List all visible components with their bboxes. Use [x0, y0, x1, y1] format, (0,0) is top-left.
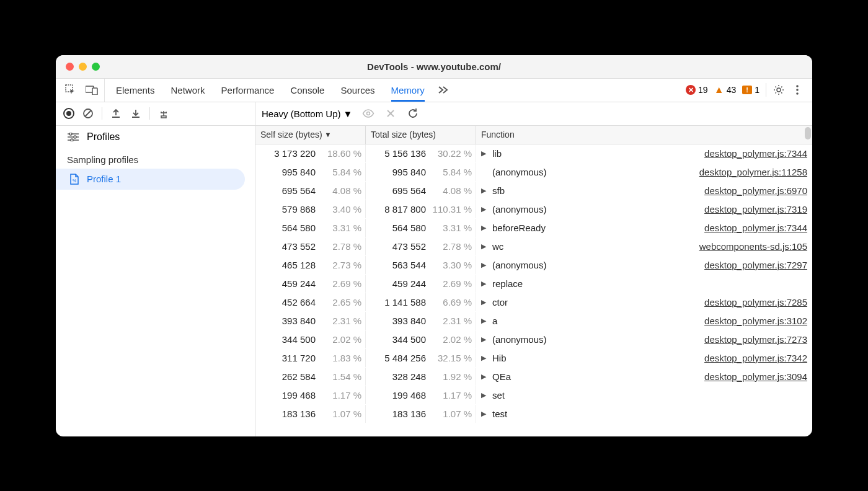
profiles-header[interactable]: Profiles	[56, 126, 255, 148]
table-row[interactable]: 344 5002.02 %344 5002.02 %▶(anonymous)de…	[255, 330, 812, 349]
warning-count[interactable]: ▲ 43	[714, 85, 737, 95]
table-row[interactable]: 183 1361.07 %183 1361.07 %▶test	[255, 405, 812, 423]
column-total-size[interactable]: Total size (bytes)	[366, 126, 476, 144]
source-link[interactable]: desktop_polymer.js:7273	[704, 334, 807, 345]
main-content: Profiles Sampling profiles % Profile 1 S…	[56, 126, 812, 436]
cell-total-size: 5 484 25632.15 %	[366, 349, 476, 367]
table-row[interactable]: 459 2442.69 %459 2442.69 %▶replace	[255, 275, 812, 293]
tab-memory[interactable]: Memory	[391, 79, 425, 102]
inspect-element-icon[interactable]	[64, 84, 77, 96]
minimize-window-button[interactable]	[79, 63, 87, 71]
tab-sources[interactable]: Sources	[340, 79, 374, 102]
cell-function: ▶sfbdesktop_polymer.js:6970	[476, 182, 812, 200]
tab-network[interactable]: Network	[171, 79, 205, 102]
expand-arrow-icon[interactable]: ▶	[481, 205, 489, 213]
profile-name: Profile 1	[87, 174, 121, 184]
refresh-icon[interactable]	[407, 107, 419, 120]
error-count[interactable]: ✕ 19	[686, 85, 708, 95]
table-body[interactable]: 3 173 22018.60 %5 156 13630.22 %▶libdesk…	[255, 144, 812, 436]
svg-point-15	[69, 133, 72, 135]
clear-icon[interactable]	[82, 107, 94, 120]
issue-count-value: 1	[755, 85, 760, 95]
source-link[interactable]: desktop_polymer.js:7285	[704, 297, 807, 307]
cell-total-size: 995 8405.84 %	[366, 163, 476, 181]
cell-total-size: 564 5803.31 %	[366, 219, 476, 237]
source-link[interactable]: desktop_polymer.js:11258	[699, 167, 807, 177]
traffic-lights	[56, 63, 100, 71]
expand-arrow-icon[interactable]: ▶	[481, 335, 489, 343]
more-tabs-icon[interactable]	[437, 84, 450, 96]
source-link[interactable]: desktop_polymer.js:7344	[704, 223, 807, 233]
upload-icon[interactable]	[110, 107, 122, 120]
source-link[interactable]: desktop_polymer.js:3094	[704, 371, 807, 382]
settings-icon[interactable]	[773, 84, 785, 96]
column-self-size[interactable]: Self size (bytes) ▼	[255, 126, 366, 144]
svg-text:%: %	[73, 179, 76, 183]
cell-total-size: 473 5522.78 %	[366, 237, 476, 255]
expand-arrow-icon[interactable]: ▶	[481, 373, 489, 381]
maximize-window-button[interactable]	[92, 63, 100, 71]
table-row[interactable]: 199 4681.17 %199 4681.17 %▶set	[255, 386, 812, 405]
tab-elements[interactable]: Elements	[116, 79, 155, 102]
source-link[interactable]: webcomponents-sd.js:105	[699, 241, 807, 252]
table-row[interactable]: 579 8683.40 %8 817 800110.31 %▶(anonymou…	[255, 200, 812, 219]
expand-arrow-icon[interactable]: ▶	[481, 187, 489, 195]
more-options-icon[interactable]	[791, 84, 804, 96]
svg-point-11	[367, 112, 370, 115]
expand-arrow-icon[interactable]: ▶	[481, 261, 489, 269]
main-toolbar: ElementsNetworkPerformanceConsoleSources…	[56, 79, 812, 102]
table-row[interactable]: 393 8402.31 %393 8402.31 %▶adesktop_poly…	[255, 312, 812, 330]
function-name: set	[492, 390, 505, 400]
source-link[interactable]: desktop_polymer.js:7344	[704, 148, 807, 159]
cell-function: ▶test	[476, 405, 812, 423]
close-icon[interactable]	[384, 107, 397, 120]
table-row[interactable]: 564 5803.31 %564 5803.31 %▶beforeReadyde…	[255, 219, 812, 237]
table-row[interactable]: 465 1282.73 %563 5443.30 %▶(anonymous)de…	[255, 256, 812, 275]
column-function[interactable]: Function	[476, 126, 812, 144]
cell-total-size: 1 141 5886.69 %	[366, 293, 476, 311]
record-button[interactable]	[63, 108, 74, 119]
expand-arrow-icon[interactable]: ▶	[481, 298, 489, 306]
expand-arrow-icon[interactable]: ▶	[481, 224, 489, 232]
profile-item[interactable]: % Profile 1	[56, 169, 245, 190]
table-row[interactable]: 3 173 22018.60 %5 156 13630.22 %▶libdesk…	[255, 144, 812, 163]
tab-performance[interactable]: Performance	[221, 79, 275, 102]
device-toolbar-icon[interactable]	[86, 84, 98, 96]
cell-function: (anonymous)desktop_polymer.js:11258	[476, 163, 812, 181]
view-mode-label: Heavy (Bottom Up)	[262, 108, 341, 119]
cell-self-size: 3 173 22018.60 %	[255, 144, 366, 162]
source-link[interactable]: desktop_polymer.js:3102	[704, 316, 807, 326]
download-icon[interactable]	[130, 107, 142, 120]
view-mode-select[interactable]: Heavy (Bottom Up) ▼	[262, 108, 352, 119]
cell-total-size: 563 5443.30 %	[366, 256, 476, 274]
source-link[interactable]: desktop_polymer.js:7319	[704, 204, 807, 215]
expand-arrow-icon[interactable]: ▶	[481, 410, 489, 418]
expand-arrow-icon[interactable]: ▶	[481, 391, 489, 399]
table-row[interactable]: 995 8405.84 %995 8405.84 %(anonymous)des…	[255, 163, 812, 182]
expand-arrow-icon[interactable]: ▶	[481, 149, 489, 157]
eye-icon[interactable]	[362, 107, 374, 120]
table-row[interactable]: 262 5841.54 %328 2481.92 %▶QEadesktop_po…	[255, 368, 812, 386]
profiles-label: Profiles	[87, 131, 120, 143]
tab-console[interactable]: Console	[290, 79, 324, 102]
scrollbar-thumb[interactable]	[805, 127, 811, 139]
expand-arrow-icon[interactable]: ▶	[481, 354, 489, 362]
close-window-button[interactable]	[66, 63, 74, 71]
table-row[interactable]: 452 6642.65 %1 141 5886.69 %▶ctordesktop…	[255, 293, 812, 312]
expand-arrow-icon[interactable]: ▶	[481, 317, 489, 325]
issue-icon: !	[742, 86, 752, 94]
table-row[interactable]: 473 5522.78 %473 5522.78 %▶wcwebcomponen…	[255, 237, 812, 256]
table-row[interactable]: 695 5644.08 %695 5644.08 %▶sfbdesktop_po…	[255, 182, 812, 200]
expand-arrow-icon[interactable]: ▶	[481, 280, 489, 288]
source-link[interactable]: desktop_polymer.js:6970	[704, 185, 807, 196]
sampling-profiles-label: Sampling profiles	[56, 148, 255, 169]
issue-count[interactable]: ! 1	[742, 85, 760, 95]
table-row[interactable]: 311 7201.83 %5 484 25632.15 %▶Hibdesktop…	[255, 349, 812, 368]
window-title: DevTools - www.youtube.com/	[56, 61, 812, 72]
garbage-collect-icon[interactable]	[157, 107, 170, 120]
error-count-value: 19	[698, 85, 708, 95]
function-name: (anonymous)	[492, 260, 547, 270]
source-link[interactable]: desktop_polymer.js:7342	[704, 353, 807, 363]
source-link[interactable]: desktop_polymer.js:7297	[704, 260, 807, 270]
expand-arrow-icon[interactable]: ▶	[481, 242, 489, 250]
